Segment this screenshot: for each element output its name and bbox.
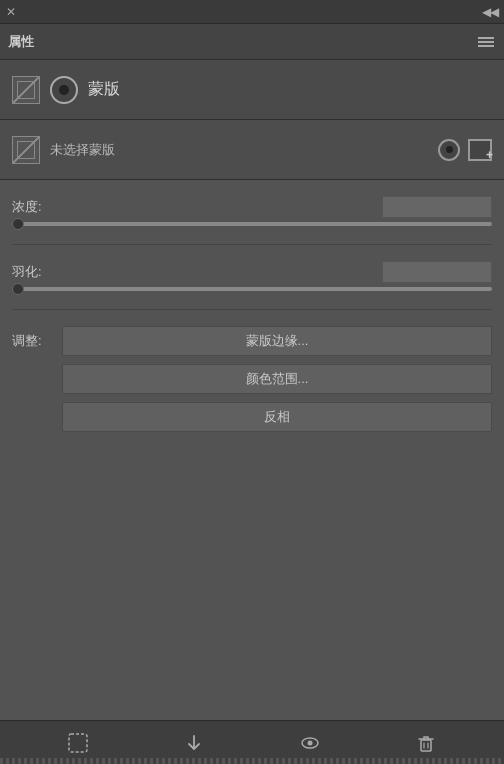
mask-icon-circle[interactable] [50, 76, 78, 104]
collapse-button[interactable]: ◀◀ [482, 5, 498, 19]
invert-button[interactable]: 反相 [62, 402, 492, 432]
visibility-button[interactable] [294, 727, 326, 759]
section-title: 蒙版 [88, 79, 120, 100]
panel-header: 属性 [0, 24, 504, 60]
add-mask-button[interactable] [62, 727, 94, 759]
apply-button[interactable] [178, 727, 210, 759]
divider-1 [12, 244, 492, 245]
adjust-section: 调整: 蒙版边缘... 颜色范围... 反相 [0, 326, 504, 432]
svg-point-2 [308, 740, 313, 745]
delete-button[interactable] [410, 727, 442, 759]
adjust-label: 调整: [12, 326, 52, 350]
sub-section: 未选择蒙版 [0, 120, 504, 180]
feather-slider-track[interactable] [12, 287, 492, 291]
panel-menu-button[interactable] [478, 37, 494, 47]
feather-slider-thumb[interactable] [12, 283, 24, 295]
density-input[interactable] [382, 196, 492, 218]
bottom-dots [0, 758, 504, 764]
feather-input[interactable] [382, 261, 492, 283]
density-slider-thumb[interactable] [12, 218, 24, 230]
vector-mask-button[interactable] [468, 139, 492, 161]
svg-rect-3 [421, 740, 431, 751]
mask-edge-button[interactable]: 蒙版边缘... [62, 326, 492, 356]
density-slider-track[interactable] [12, 222, 492, 226]
density-label: 浓度: [12, 198, 42, 216]
color-range-button[interactable]: 颜色范围... [62, 364, 492, 394]
sub-section-text: 未选择蒙版 [50, 141, 428, 159]
sub-section-icons [438, 139, 492, 161]
divider-2 [12, 309, 492, 310]
adjust-row: 调整: 蒙版边缘... 颜色范围... 反相 [12, 326, 492, 432]
svg-rect-0 [69, 734, 87, 752]
sub-mask-icon-strikethrough [12, 136, 40, 164]
section-header: 蒙版 [0, 60, 504, 120]
close-button[interactable]: ✕ [6, 5, 16, 19]
title-bar: ✕ ◀◀ [0, 0, 504, 24]
feather-field-row: 羽化: [12, 261, 492, 291]
panel-title: 属性 [8, 33, 34, 51]
feather-label: 羽化: [12, 263, 42, 281]
main-content: 浓度: 羽化: [0, 180, 504, 310]
adjust-buttons: 蒙版边缘... 颜色范围... 反相 [62, 326, 492, 432]
density-field-row: 浓度: [12, 196, 492, 226]
mask-icon-strikethrough [12, 76, 40, 104]
pixel-mask-button[interactable] [438, 139, 460, 161]
